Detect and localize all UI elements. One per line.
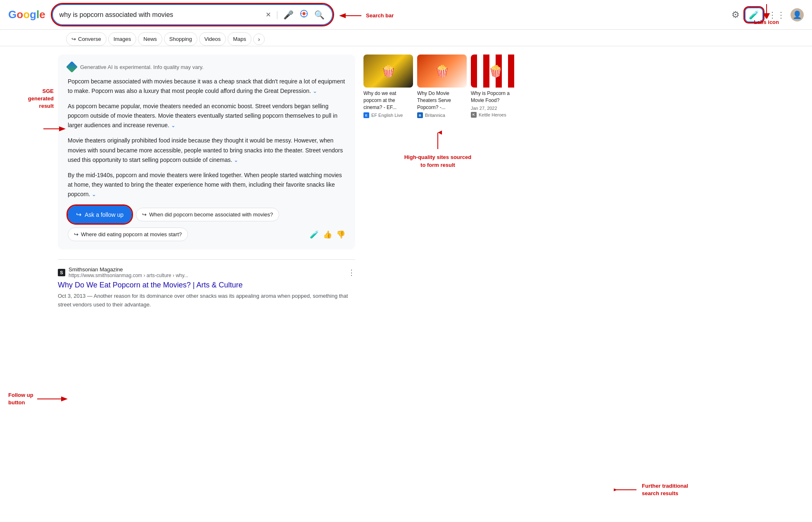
svg-point-1 — [302, 12, 305, 15]
ai-diamond-icon — [66, 61, 78, 73]
converse-icon: ↪ — [71, 36, 76, 42]
sge-labs-icon: 🧪 — [310, 230, 319, 239]
tab-news[interactable]: News — [138, 32, 162, 46]
header-right: Search bar ⚙ 🧪 ⋮⋮ 👤 Labs icon — [731, 7, 804, 22]
google-logo: Google — [8, 8, 45, 21]
traditional-result: S Smithsonian Magazine https://www.smith… — [58, 259, 355, 316]
source-card-title-2: Why Do Movie Theaters Serve Popcorn? -..… — [417, 90, 467, 111]
sge-header: Generative AI is experimental. Info qual… — [68, 63, 345, 71]
header: Google ✕ | 🎤 — [0, 0, 812, 30]
chevron-down-icon-3: ⌄ — [234, 157, 238, 163]
labs-arrow-icon — [762, 2, 771, 19]
sge-action-icons: 🧪 👍 👎 — [310, 230, 345, 239]
avatar[interactable]: 👤 — [791, 8, 804, 21]
search-bar-icons: ✕ | 🎤 🔍 — [265, 8, 325, 21]
search-bar-label: Search bar — [366, 12, 394, 19]
chevron-down-icon-2: ⌄ — [171, 122, 176, 128]
sge-paragraph-3: Movie theaters originally prohibited foo… — [68, 136, 345, 164]
settings-button[interactable]: ⚙ — [731, 9, 740, 20]
result-source-name: Smithsonian Magazine — [69, 266, 188, 273]
result-date: Oct 3, 2013 — [58, 293, 85, 299]
source-card-title-1: Why do we eat popcorn at the cinema? - E… — [363, 90, 413, 111]
source-card-meta-3: K Kettle Heroes — [471, 112, 520, 118]
more-tabs-button[interactable]: › — [253, 33, 265, 45]
voice-search-button[interactable]: 🎤 — [283, 9, 294, 21]
source-card-title-3: Why is Popcorn a Movie Food? — [471, 90, 520, 104]
gear-icon: ⚙ — [731, 9, 740, 20]
ef-favicon: E — [363, 112, 369, 118]
source-cards-row: 🍿 Why do we eat popcorn at the cinema? -… — [363, 55, 512, 118]
result-source-row: S Smithsonian Magazine https://www.smith… — [58, 266, 355, 278]
source-card-1[interactable]: 🍿 Why do we eat popcorn at the cinema? -… — [363, 55, 413, 118]
sge-paragraph-4: By the mid-1940s, popcorn and movie thea… — [68, 171, 345, 199]
mic-icon: 🎤 — [283, 10, 294, 20]
search-submit-button[interactable]: 🔍 — [313, 9, 325, 21]
result-menu-button[interactable]: ⋮ — [348, 268, 355, 277]
chevron-right-icon: › — [258, 36, 260, 43]
labs-icon-label: Labs icon — [754, 19, 779, 25]
source-card-2[interactable]: 🍿 Why Do Movie Theaters Serve Popcorn? -… — [417, 55, 467, 118]
sources-label: High-quality sites sourced to form resul… — [404, 154, 472, 168]
sge-annotation-area: SGE generated result — [8, 55, 58, 316]
tab-images[interactable]: Images — [108, 32, 137, 46]
sge-arrow-icon — [41, 121, 66, 137]
follow-up-arrow-icon: ↪ — [76, 211, 81, 218]
source-card-site-2: Britannica — [425, 113, 445, 118]
sge-paragraph-2: As popcorn became popular, movie theater… — [68, 102, 345, 130]
chevron-down-icon: ⌄ — [313, 88, 317, 94]
thumbs-up-icon: 👍 — [323, 230, 332, 239]
tab-shopping[interactable]: Shopping — [164, 32, 197, 46]
search-input[interactable] — [59, 11, 262, 19]
expand-button-1[interactable]: ⌄ — [313, 88, 317, 94]
thumbs-down-button[interactable]: 👎 — [336, 230, 345, 239]
tab-videos[interactable]: Videos — [199, 32, 226, 46]
source-card-meta-2: B Britannica — [417, 112, 467, 118]
left-column: Generative AI is experimental. Info qual… — [58, 55, 355, 316]
more-vert-icon: ⋮ — [348, 268, 355, 277]
search-bar-annotation: Search bar — [339, 12, 394, 20]
source-card-3[interactable]: 🍿 Why is Popcorn a Movie Food? Jan 27, 2… — [471, 55, 520, 118]
suggestion-chip-1[interactable]: ↪ When did popcorn become associated wit… — [136, 208, 279, 221]
kettle-favicon: K — [471, 112, 477, 118]
lens-button[interactable] — [299, 8, 309, 21]
tab-converse[interactable]: ↪ Converse — [66, 32, 107, 46]
search-bar-arrow-icon — [339, 12, 363, 20]
user-avatar-image: 👤 — [793, 10, 802, 19]
suggestion-chip-2[interactable]: ↪ Where did eating popcorn at movies sta… — [68, 228, 188, 241]
source-card-site-1: EF English Live — [371, 113, 403, 118]
smithsonian-favicon: S — [58, 269, 65, 276]
chip-arrow-icon-2: ↪ — [74, 231, 78, 237]
labs-icon-annotation: Labs icon — [754, 2, 779, 26]
result-source-info: Smithsonian Magazine https://www.smithso… — [69, 266, 188, 278]
sge-labs-icon-button[interactable]: 🧪 — [310, 230, 319, 239]
search-bar-container: ✕ | 🎤 🔍 — [52, 4, 333, 25]
search-icon: 🔍 — [314, 10, 325, 20]
sge-paragraph-1: Popcorn became associated with movies be… — [68, 77, 345, 96]
result-snippet-text: — Another reason for its dominance over … — [58, 293, 348, 308]
expand-button-4[interactable]: ⌄ — [92, 191, 96, 197]
thumbs-up-button[interactable]: 👍 — [323, 230, 332, 239]
sge-disclaimer: Generative AI is experimental. Info qual… — [80, 64, 204, 70]
lens-icon — [299, 9, 309, 20]
source-card-meta-1: E EF English Live — [363, 112, 413, 118]
follow-up-button[interactable]: ↪ Ask a follow up — [68, 206, 132, 223]
sge-panel: Generative AI is experimental. Info qual… — [58, 55, 355, 249]
britannica-favicon: B — [417, 112, 423, 118]
expand-button-3[interactable]: ⌄ — [234, 157, 238, 163]
source-card-date-3: Jan 27, 2022 — [471, 106, 520, 111]
follow-up-row: ↪ Ask a follow up ↪ When did popcorn bec… — [68, 206, 345, 241]
clear-button[interactable]: ✕ — [265, 10, 272, 19]
clear-icon: ✕ — [266, 11, 271, 19]
right-column: 🍿 Why do we eat popcorn at the cinema? -… — [355, 55, 520, 316]
expand-button-2[interactable]: ⌄ — [171, 122, 176, 128]
sge-label: SGE generated result — [28, 88, 54, 109]
nav-tabs: ↪ Converse Images News Shopping Videos M… — [0, 30, 812, 46]
sources-arrow-icon — [434, 130, 442, 151]
thumbs-down-icon: 👎 — [336, 230, 345, 239]
result-url: https://www.smithsonianmag.com › arts-cu… — [69, 273, 188, 278]
result-title[interactable]: Why Do We Eat Popcorn at the Movies? | A… — [58, 280, 355, 290]
tab-maps[interactable]: Maps — [228, 32, 252, 46]
main-content: SGE generated result Generative AI is ex… — [0, 46, 812, 324]
source-card-img-1: 🍿 — [363, 55, 413, 88]
source-card-site-3: Kettle Heroes — [479, 112, 506, 117]
